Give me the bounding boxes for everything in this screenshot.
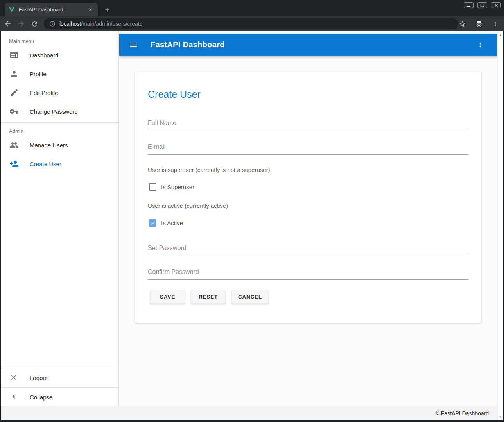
sidebar: Main menu Dashboard Profile Edit Profile [1,31,119,406]
close-window-button[interactable] [491,2,501,8]
scrollbar-up-icon[interactable]: ▲ [498,32,503,38]
app-bar: FastAPI Dashboard [119,34,497,56]
set-password-input[interactable] [148,242,468,256]
sidebar-section-admin: Admin [1,124,118,136]
page-title: Create User [148,89,468,100]
cancel-button[interactable]: CANCEL [231,290,269,304]
browser-tab[interactable]: FastAPI Dashboard [5,3,98,16]
person-icon [9,69,19,79]
sidebar-item-logout[interactable]: Logout [1,368,118,387]
sidebar-divider [1,122,118,123]
people-icon [9,140,19,150]
bookmark-star-icon[interactable] [459,20,466,28]
hamburger-menu-icon[interactable] [126,38,140,52]
sidebar-section-main-menu: Main menu [1,31,118,46]
email-field-wrap [148,141,468,155]
superuser-checkbox[interactable] [149,183,156,191]
vue-logo-icon [9,7,15,13]
new-tab-button[interactable] [102,5,112,14]
create-user-card: Create User User is superuser (currently… [135,72,481,323]
sidebar-item-create-user[interactable]: Create User [1,154,118,173]
active-checkbox-label: Is Active [161,220,183,226]
active-checkbox[interactable] [149,219,156,227]
sidebar-item-profile[interactable]: Profile [1,64,118,83]
url-bar[interactable]: localhost/main/admin/users/create [44,18,458,29]
superuser-hint: User is superuser (currently is not a su… [148,166,468,173]
incognito-icon [475,20,483,28]
email-input[interactable] [148,141,468,155]
confirm-password-input[interactable] [148,266,468,280]
tab-title: FastAPI Dashboard [19,7,87,13]
browser-window: FastAPI Dashboard [0,0,504,422]
close-icon [9,373,19,383]
key-icon [9,107,19,116]
active-hint: User is active (currently active) [148,202,468,209]
scrollbar-down-icon[interactable]: ▼ [498,414,503,420]
window-controls [464,2,501,8]
tab-close-icon[interactable] [87,6,94,13]
page-scrollbar[interactable]: ▲ ▼ [497,31,503,420]
set-password-field-wrap [148,242,468,256]
minimize-button[interactable] [464,2,474,8]
sidebar-item-edit-profile[interactable]: Edit Profile [1,83,118,102]
sidebar-item-change-password[interactable]: Change Password [1,102,118,121]
sidebar-item-collapse[interactable]: Collapse [1,388,118,406]
tab-strip: FastAPI Dashboard [0,0,504,16]
app-title: FastAPI Dashboard [151,40,225,49]
save-button[interactable]: SAVE [150,290,185,304]
page-footer: © FastAPI Dashboard [1,406,497,420]
active-checkbox-row[interactable]: Is Active [149,219,468,227]
sidebar-item-dashboard[interactable]: Dashboard [1,46,118,64]
reload-icon[interactable] [29,18,40,29]
sidebar-bottom: Logout Collapse [1,368,118,406]
pencil-icon [9,88,19,97]
chevron-left-icon [9,392,19,402]
page-info-icon[interactable] [49,21,56,27]
sidebar-item-manage-users[interactable]: Manage Users [1,136,118,154]
reset-button[interactable]: RESET [191,290,226,304]
confirm-password-field-wrap [148,266,468,280]
full-name-field-wrap [148,117,468,131]
url-text: localhost/main/admin/users/create [59,21,142,27]
dashboard-icon [9,50,19,60]
superuser-checkbox-row[interactable]: Is Superuser [149,183,468,191]
main-content: FastAPI Dashboard Create User User is su… [119,31,497,406]
maximize-button[interactable] [477,2,487,8]
page-viewport: Main menu Dashboard Profile Edit Profile [1,31,503,420]
superuser-checkbox-label: Is Superuser [161,184,194,190]
person-add-icon [9,159,19,168]
footer-copyright: © FastAPI Dashboard [436,410,489,417]
toolbar-right-icons [459,18,499,29]
browser-menu-kebab-icon[interactable] [492,21,499,27]
form-buttons: SAVE RESET CANCEL [150,290,468,304]
back-icon[interactable] [2,18,13,29]
full-name-input[interactable] [148,117,468,131]
appbar-kebab-icon[interactable] [473,38,487,52]
forward-icon[interactable] [16,18,27,29]
